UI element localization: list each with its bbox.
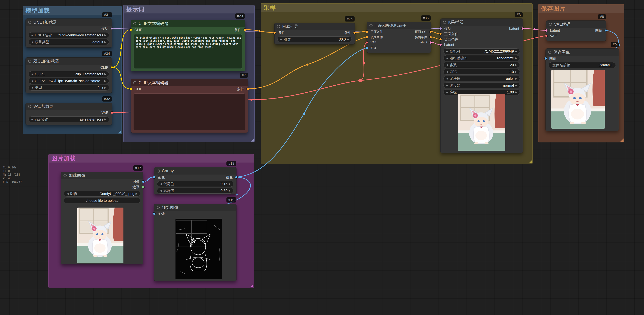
widget-control-after-generate[interactable]: ◀ 运行后操作 randomize ▶ — [444, 55, 520, 61]
collapse-icon[interactable] — [157, 206, 160, 209]
conditioning-output-port[interactable] — [353, 31, 356, 34]
node-dual-clip-loader[interactable]: #34 双CLIP加载器 CLIP ◀ CLIP1 clip_l.safeten… — [26, 58, 112, 93]
image-input-port[interactable] — [366, 46, 368, 49]
collapse-icon[interactable] — [28, 60, 31, 63]
image-output-port[interactable] — [604, 29, 608, 32]
arrow-left-icon[interactable]: ◀ — [30, 40, 34, 44]
node-title-bar[interactable]: 双CLIP加载器 — [26, 58, 112, 65]
arrow-left-icon[interactable]: ◀ — [30, 72, 34, 76]
arrow-right-icon[interactable]: ▶ — [514, 84, 518, 87]
widget-low-threshold[interactable]: ◀ 低阈值 0.15 ▶ — [157, 181, 234, 187]
arrow-right-icon[interactable]: ▶ — [103, 40, 108, 44]
node-title-bar[interactable]: K采样器 — [440, 19, 523, 26]
node-title-bar[interactable]: VAE加载器 — [26, 103, 112, 110]
widget-guidance[interactable]: ◀ 引导 30.0 ▶ — [278, 36, 352, 42]
group-title[interactable]: 采样 — [261, 4, 532, 12]
collapse-icon[interactable] — [370, 24, 372, 27]
arrow-left-icon[interactable]: ◀ — [279, 38, 283, 41]
node-instruct-pix-to-pix[interactable]: #35 InstructPixToPix条件 正面条件 正面条件 负面条件 负面… — [367, 22, 431, 53]
arrow-right-icon[interactable]: ▶ — [514, 90, 518, 94]
collapse-icon[interactable] — [133, 81, 136, 84]
node-canny[interactable]: #18 Canny 图像 图像 ◀ 低阈值 0.15 ▶ ◀ 高阈值 0.30 … — [154, 167, 236, 194]
conditioning-input-port[interactable] — [273, 31, 276, 34]
node-title-bar[interactable]: VAE解码 — [546, 21, 606, 28]
arrow-left-icon[interactable]: ◀ — [445, 63, 449, 66]
node-title-bar[interactable]: 保存图像 — [546, 48, 619, 56]
arrow-left-icon[interactable]: ◀ — [30, 34, 34, 37]
image-input-port[interactable] — [153, 176, 156, 179]
node-title-bar[interactable]: CLIP文本编码器 — [131, 20, 245, 27]
arrow-right-icon[interactable]: ▶ — [514, 63, 518, 66]
collapse-icon[interactable] — [277, 25, 280, 28]
image-output-port[interactable] — [142, 180, 145, 183]
positive-cond-output-port[interactable] — [429, 30, 432, 33]
widget-steps[interactable]: ◀ 步数 20 ▶ — [444, 62, 520, 68]
group-title[interactable]: 保存图片 — [538, 4, 624, 13]
node-ksampler[interactable]: #3 K采样器 模型 Latent 正面条件 负面条件 Latent ◀ 随机种… — [440, 18, 523, 153]
prompt-textarea[interactable]: An illustration of a girl with pink hair… — [133, 34, 242, 69]
group-title[interactable]: 图片加载 — [49, 154, 254, 162]
widget-sampler[interactable]: ◀ 采样器 euler ▶ — [444, 76, 520, 82]
node-title-bar[interactable]: InstructPixToPix条件 — [367, 22, 431, 29]
node-vae-loader[interactable]: #32 VAE加载器 VAE ◀ vae名称 ae.safetensors ▶ — [26, 102, 112, 125]
arrow-left-icon[interactable]: ◀ — [66, 192, 70, 195]
arrow-left-icon[interactable]: ◀ — [445, 56, 449, 60]
model-input-port[interactable] — [439, 27, 442, 30]
widget-weight-dtype[interactable]: ◀ 权重类型 default ▶ — [28, 39, 109, 45]
arrow-left-icon[interactable]: ◀ — [30, 79, 34, 82]
upload-button[interactable]: choose file to upload — [64, 198, 140, 204]
arrow-left-icon[interactable]: ◀ — [158, 182, 163, 186]
node-unet-loader[interactable]: #31 UNET加载器 模型 ◀ UNET名称 flux1-canny-dev.… — [26, 18, 112, 48]
vae-input-port[interactable] — [545, 34, 548, 37]
node-title-bar[interactable]: CLIP文本编码器 — [131, 79, 248, 86]
collapse-icon[interactable] — [549, 23, 552, 26]
node-preview-image[interactable]: #19 预览图像 图像 — [154, 204, 236, 281]
node-title-bar[interactable]: 预览图像 — [154, 204, 236, 211]
node-load-image[interactable]: #17 加载图像 图像 遮罩 ◀ 图像 ComfyUI_00040_.png ▶… — [61, 172, 143, 264]
widget-vae-name[interactable]: ◀ vae名称 ae.safetensors ▶ — [28, 116, 109, 122]
arrow-right-icon[interactable]: ▶ — [514, 56, 518, 60]
group-title[interactable]: 提示词 — [124, 5, 254, 14]
widget-image-file[interactable]: ◀ 图像 ComfyUI_00040_.png ▶ — [64, 191, 140, 196]
widget-cfg[interactable]: ◀ CFG 1.0 ▶ — [444, 69, 520, 74]
widget-seed[interactable]: ◀ 随机种 717452212369649 ▶ — [444, 48, 520, 54]
arrow-left-icon[interactable]: ◀ — [30, 118, 34, 121]
collapse-icon[interactable] — [64, 174, 66, 177]
collapse-icon[interactable] — [548, 51, 551, 54]
clip-output-port[interactable] — [110, 66, 114, 69]
widget-unet-name[interactable]: ◀ UNET名称 flux1-canny-dev.safetensors ▶ — [28, 32, 109, 38]
latent-input-port[interactable] — [439, 43, 442, 46]
image-input-port[interactable] — [544, 57, 547, 60]
clip-input-port[interactable] — [129, 28, 132, 31]
image-input-port[interactable] — [153, 212, 156, 215]
latent-input-port[interactable] — [545, 29, 548, 32]
collapse-icon[interactable] — [157, 170, 160, 172]
positive-cond-input-port[interactable] — [366, 30, 368, 33]
arrow-right-icon[interactable]: ▶ — [228, 182, 232, 186]
negative-cond-output-port[interactable] — [429, 36, 432, 38]
conditioning-output-port[interactable] — [246, 88, 249, 90]
mask-output-port[interactable] — [142, 186, 145, 188]
widget-filename-prefix[interactable]: 文件名前缀 ComfyUI — [548, 62, 616, 68]
positive-cond-input-port[interactable] — [439, 32, 442, 35]
arrow-right-icon[interactable]: ▶ — [514, 50, 518, 53]
latent-output-port[interactable] — [521, 27, 524, 30]
arrow-right-icon[interactable]: ▶ — [134, 192, 139, 195]
widget-high-threshold[interactable]: ◀ 高阈值 0.30 ▶ — [157, 188, 234, 194]
collapse-icon[interactable] — [28, 105, 31, 108]
node-title-bar[interactable]: 加载图像 — [61, 172, 143, 179]
negative-cond-input-port[interactable] — [366, 36, 368, 38]
model-output-port[interactable] — [110, 27, 114, 30]
widget-scheduler[interactable]: ◀ 调度器 normal ▶ — [444, 82, 520, 88]
node-clip-text-encode-positive[interactable]: #23 CLIP文本编码器 CLIP 条件 An illustration of… — [131, 20, 245, 72]
prompt-textarea[interactable] — [133, 94, 245, 130]
arrow-left-icon[interactable]: ◀ — [445, 50, 449, 53]
negative-cond-input-port[interactable] — [439, 38, 442, 41]
arrow-right-icon[interactable]: ▶ — [514, 70, 518, 73]
clip-input-port[interactable] — [129, 88, 132, 90]
arrow-left-icon[interactable]: ◀ — [445, 77, 449, 80]
node-title-bar[interactable]: Canny — [154, 167, 236, 174]
arrow-right-icon[interactable]: ▶ — [346, 38, 350, 41]
arrow-left-icon[interactable]: ◀ — [158, 189, 163, 192]
arrow-left-icon[interactable]: ◀ — [445, 84, 449, 87]
